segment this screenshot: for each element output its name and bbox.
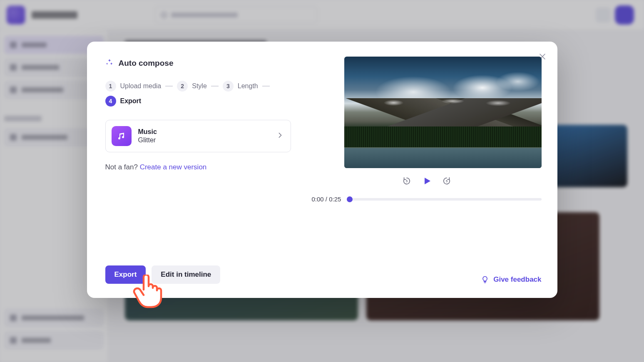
lightbulb-icon <box>481 275 489 284</box>
step-number: 2 <box>177 81 188 92</box>
svg-text:5: 5 <box>445 179 447 183</box>
step-number: 4 <box>105 96 116 107</box>
step-label: Export <box>120 97 142 105</box>
modal-left-panel: Auto compose 1 Upload media 2 Style 3 Le… <box>87 42 307 298</box>
step-export[interactable]: 4 Export <box>105 96 142 107</box>
step-separator <box>165 86 173 87</box>
music-meta: Music Glitter <box>138 128 157 144</box>
stepper: 1 Upload media 2 Style 3 Length 4 Export <box>105 81 291 107</box>
modal-overlay: Auto compose 1 Upload media 2 Style 3 Le… <box>0 0 644 362</box>
step-label: Length <box>238 82 258 90</box>
music-label: Music <box>138 128 157 136</box>
not-a-fan-row: Not a fan? Create a new version <box>105 163 291 171</box>
modal-right-panel: 5 5 0:00 / 0:25 Give feedback <box>307 42 557 298</box>
step-number: 3 <box>223 81 234 92</box>
svg-text:5: 5 <box>405 179 407 183</box>
seek-thumb[interactable] <box>347 196 353 202</box>
modal-actions: Export Edit in timeline <box>105 265 291 284</box>
chevron-right-icon <box>277 132 283 140</box>
time-display: 0:00 / 0:25 <box>312 196 341 203</box>
music-value: Glitter <box>138 136 157 144</box>
give-feedback-label: Give feedback <box>493 275 541 284</box>
video-preview[interactable] <box>344 57 542 168</box>
step-label: Style <box>192 82 207 90</box>
modal-title: Auto compose <box>119 59 174 68</box>
modal-title-row: Auto compose <box>105 58 291 68</box>
step-length[interactable]: 3 Length <box>223 81 258 92</box>
player-controls: 5 5 <box>312 176 542 186</box>
not-a-fan-text: Not a fan? <box>105 163 140 171</box>
step-upload-media[interactable]: 1 Upload media <box>105 81 162 92</box>
seek-bar[interactable] <box>347 198 541 201</box>
sparkle-icon <box>105 58 114 68</box>
step-label: Upload media <box>120 82 162 90</box>
skip-back-button[interactable]: 5 <box>401 176 412 186</box>
export-button[interactable]: Export <box>105 265 146 284</box>
auto-compose-modal: Auto compose 1 Upload media 2 Style 3 Le… <box>87 42 557 298</box>
skip-forward-button[interactable]: 5 <box>441 176 452 186</box>
edit-in-timeline-button[interactable]: Edit in timeline <box>152 265 220 284</box>
step-style[interactable]: 2 Style <box>177 81 207 92</box>
step-number: 1 <box>105 81 116 92</box>
give-feedback-link[interactable]: Give feedback <box>481 275 541 284</box>
progress-row: 0:00 / 0:25 <box>312 196 542 203</box>
play-button[interactable] <box>421 176 432 186</box>
create-new-version-link[interactable]: Create a new version <box>140 163 207 171</box>
music-icon <box>112 126 132 146</box>
step-separator <box>262 86 270 87</box>
step-separator <box>211 86 219 87</box>
music-selector[interactable]: Music Glitter <box>105 120 291 152</box>
